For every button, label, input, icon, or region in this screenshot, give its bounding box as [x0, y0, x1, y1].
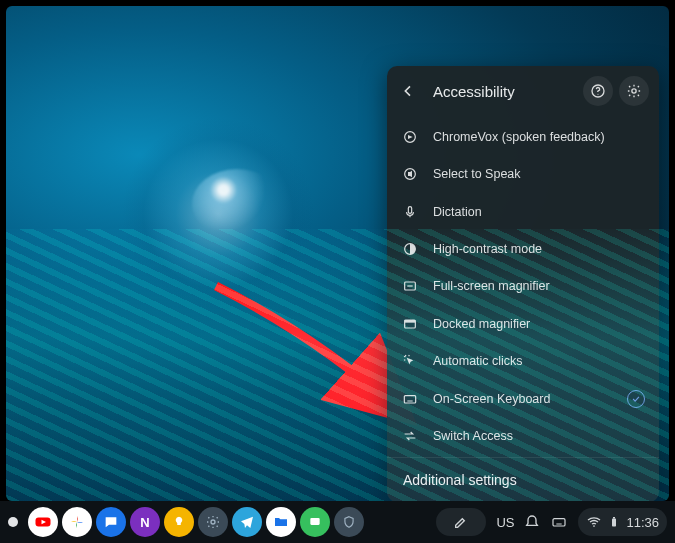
- contrast-icon: [401, 240, 419, 258]
- svg-rect-8: [405, 320, 416, 328]
- back-button[interactable]: [393, 76, 423, 106]
- docked-magnifier-icon: [401, 315, 419, 333]
- help-icon: [590, 83, 606, 99]
- files-icon: [273, 514, 289, 530]
- app-settings[interactable]: [198, 507, 228, 537]
- messages-icon: [103, 514, 119, 530]
- svg-point-15: [594, 525, 596, 527]
- accessibility-panel: Accessibility ChromeVox (spoken feedback…: [387, 66, 659, 501]
- svg-rect-7: [405, 282, 416, 290]
- item-docked-magnifier[interactable]: Docked magnifier: [387, 305, 659, 342]
- check-icon: [627, 390, 645, 408]
- item-switch-access[interactable]: Switch Access: [387, 418, 659, 455]
- app-telegram[interactable]: [232, 507, 262, 537]
- item-label: On-Screen Keyboard: [433, 392, 550, 406]
- additional-settings[interactable]: Additional settings: [387, 457, 659, 501]
- notifications-icon[interactable]: [524, 514, 540, 530]
- accessibility-list: ChromeVox (spoken feedback) Select to Sp…: [387, 116, 659, 457]
- tray-pen-pill[interactable]: [436, 508, 486, 536]
- item-label: Full-screen magnifier: [433, 279, 550, 293]
- telegram-icon: [239, 514, 255, 530]
- svg-rect-13: [310, 518, 319, 525]
- svg-rect-17: [613, 517, 615, 519]
- svg-point-1: [597, 94, 598, 95]
- settings-app-icon: [205, 514, 221, 530]
- chevron-left-icon: [400, 83, 416, 99]
- app-green[interactable]: [300, 507, 330, 537]
- app-photos[interactable]: [62, 507, 92, 537]
- launcher-button[interactable]: [8, 517, 18, 527]
- item-label: Automatic clicks: [433, 354, 523, 368]
- svg-rect-14: [553, 519, 565, 526]
- svg-rect-9: [405, 320, 416, 323]
- cursor-click-icon: [401, 352, 419, 370]
- shield-icon: [342, 515, 356, 529]
- app-messages[interactable]: [96, 507, 126, 537]
- microphone-icon: [401, 203, 419, 221]
- battery-icon: [608, 514, 620, 530]
- ime-indicator[interactable]: US: [496, 515, 514, 530]
- photos-icon: [68, 513, 86, 531]
- shelf: N US 11:36: [0, 501, 675, 543]
- help-button[interactable]: [583, 76, 613, 106]
- system-tray: US 11:36: [436, 508, 667, 536]
- item-fullscreen-magnifier[interactable]: Full-screen magnifier: [387, 268, 659, 305]
- onenote-icon: N: [140, 515, 149, 530]
- youtube-icon: [34, 513, 52, 531]
- app-keep[interactable]: [164, 507, 194, 537]
- svg-rect-5: [408, 206, 411, 213]
- item-label: Dictation: [433, 205, 482, 219]
- wallpaper-highlight: [192, 169, 282, 239]
- select-to-speak-icon: [401, 165, 419, 183]
- svg-rect-16: [612, 519, 616, 527]
- svg-rect-10: [404, 395, 415, 402]
- keep-icon: [172, 515, 186, 529]
- item-label: High-contrast mode: [433, 242, 542, 256]
- stylus-icon: [451, 514, 471, 530]
- gear-icon: [626, 83, 642, 99]
- chat-icon: [308, 515, 322, 529]
- keyboard-icon: [401, 390, 419, 408]
- panel-header: Accessibility: [387, 66, 659, 116]
- fullscreen-magnifier-icon: [401, 277, 419, 295]
- svg-point-2: [632, 89, 636, 93]
- desktop-wallpaper: Accessibility ChromeVox (spoken feedback…: [6, 6, 669, 501]
- keyboard-tray-icon[interactable]: [550, 514, 568, 530]
- item-on-screen-keyboard[interactable]: On-Screen Keyboard: [387, 380, 659, 417]
- settings-button[interactable]: [619, 76, 649, 106]
- chromevox-icon: [401, 128, 419, 146]
- status-pill[interactable]: 11:36: [578, 508, 667, 536]
- item-label: Select to Speak: [433, 167, 521, 181]
- svg-point-6: [405, 244, 416, 255]
- app-files[interactable]: [266, 507, 296, 537]
- item-label: Docked magnifier: [433, 317, 530, 331]
- item-select-to-speak[interactable]: Select to Speak: [387, 155, 659, 192]
- item-label: ChromeVox (spoken feedback): [433, 130, 605, 144]
- item-dictation[interactable]: Dictation: [387, 193, 659, 230]
- wifi-icon: [586, 514, 602, 530]
- svg-point-12: [211, 520, 215, 524]
- app-onenote[interactable]: N: [130, 507, 160, 537]
- panel-title: Accessibility: [429, 83, 577, 100]
- item-automatic-clicks[interactable]: Automatic clicks: [387, 343, 659, 380]
- app-youtube[interactable]: [28, 507, 58, 537]
- item-high-contrast[interactable]: High-contrast mode: [387, 230, 659, 267]
- switch-access-icon: [401, 427, 419, 445]
- item-label: Switch Access: [433, 429, 513, 443]
- clock: 11:36: [626, 515, 659, 530]
- item-chromevox[interactable]: ChromeVox (spoken feedback): [387, 118, 659, 155]
- annotation-arrow: [206, 276, 466, 456]
- app-shield[interactable]: [334, 507, 364, 537]
